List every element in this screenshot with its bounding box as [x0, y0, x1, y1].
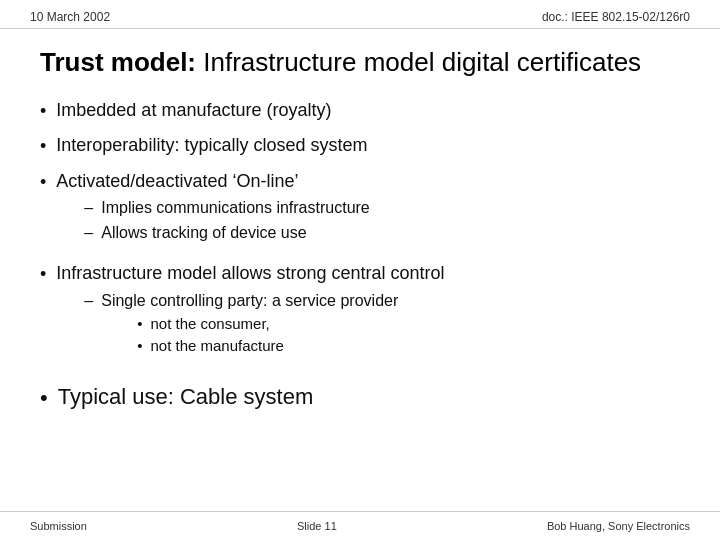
last-bullet-icon: •	[40, 383, 48, 413]
bullet-icon-3: •	[40, 170, 46, 194]
header-date: 10 March 2002	[30, 10, 110, 24]
footer-left: Submission	[30, 520, 87, 532]
bullet-item-2: • Interoperability: typically closed sys…	[40, 133, 680, 158]
footer-right: Bob Huang, Sony Electronics	[547, 520, 690, 532]
sub-sub-bullet-2: •	[137, 336, 142, 356]
bullet-item-1: • Imbedded at manufacture (royalty)	[40, 98, 680, 123]
strong-sub-text: Single controlling party: a service prov…	[101, 292, 398, 309]
bullet-text-3: Activated/deactivated ‘On-line’	[56, 171, 298, 191]
title-normal: Infrastructure model digital certificate…	[196, 47, 641, 77]
main-bullet-list: • Imbedded at manufacture (royalty) • In…	[40, 98, 680, 257]
sub-text-3-2: Allows tracking of device use	[101, 222, 306, 244]
last-bullet-text: Typical use: Cable system	[58, 382, 314, 412]
sub-sub-text-2: not the manufacture	[150, 336, 283, 356]
strong-bullet-icon: •	[40, 262, 46, 286]
dash-icon-3-2: –	[84, 222, 93, 244]
sub-text-3-1: Implies communications infrastructure	[101, 197, 370, 219]
bullet-3-content: Activated/deactivated ‘On-line’ – Implie…	[56, 169, 369, 247]
footer-center: Slide 11	[297, 520, 337, 532]
bullet-text-2: Interoperability: typically closed syste…	[56, 133, 367, 157]
strong-sub-content: Single controlling party: a service prov…	[101, 290, 398, 360]
dash-icon-3-1: –	[84, 197, 93, 219]
slide-title: Trust model: Infrastructure model digita…	[40, 47, 680, 78]
sub-sub-list: • not the consumer, • not the manufactur…	[137, 314, 398, 357]
strong-dash-icon: –	[84, 290, 93, 312]
sub-item-3-1: – Implies communications infrastructure	[84, 197, 369, 219]
slide-content: Trust model: Infrastructure model digita…	[0, 29, 720, 511]
bullet-icon-1: •	[40, 99, 46, 123]
sub-sub-item-2: • not the manufacture	[137, 336, 398, 356]
sub-sub-item-1: • not the consumer,	[137, 314, 398, 334]
sub-sub-text-1: not the consumer,	[150, 314, 269, 334]
bullet-item-3: • Activated/deactivated ‘On-line’ – Impl…	[40, 169, 680, 247]
sub-item-3-2: – Allows tracking of device use	[84, 222, 369, 244]
strong-sub-item: – Single controlling party: a service pr…	[84, 290, 444, 360]
strong-bullet-container: • Infrastructure model allows strong cen…	[40, 261, 680, 373]
strong-bullet-item: • Infrastructure model allows strong cen…	[40, 261, 680, 363]
strong-sub-list: – Single controlling party: a service pr…	[84, 290, 444, 360]
sub-list-3: – Implies communications infrastructure …	[84, 197, 369, 243]
last-bullet-item: • Typical use: Cable system	[40, 382, 680, 413]
title-bold: Trust model:	[40, 47, 196, 77]
header-doc: doc.: IEEE 802.15-02/126r0	[542, 10, 690, 24]
bullet-text-1: Imbedded at manufacture (royalty)	[56, 98, 331, 122]
sub-sub-bullet-1: •	[137, 314, 142, 334]
last-bullet-container: • Typical use: Cable system	[40, 382, 680, 419]
strong-bullet-text: Infrastructure model allows strong centr…	[56, 263, 444, 283]
slide-header: 10 March 2002 doc.: IEEE 802.15-02/126r0	[0, 0, 720, 29]
strong-bullet-content: Infrastructure model allows strong centr…	[56, 261, 444, 363]
bullet-icon-2: •	[40, 134, 46, 158]
slide-footer: Submission Slide 11 Bob Huang, Sony Elec…	[0, 511, 720, 540]
slide: 10 March 2002 doc.: IEEE 802.15-02/126r0…	[0, 0, 720, 540]
